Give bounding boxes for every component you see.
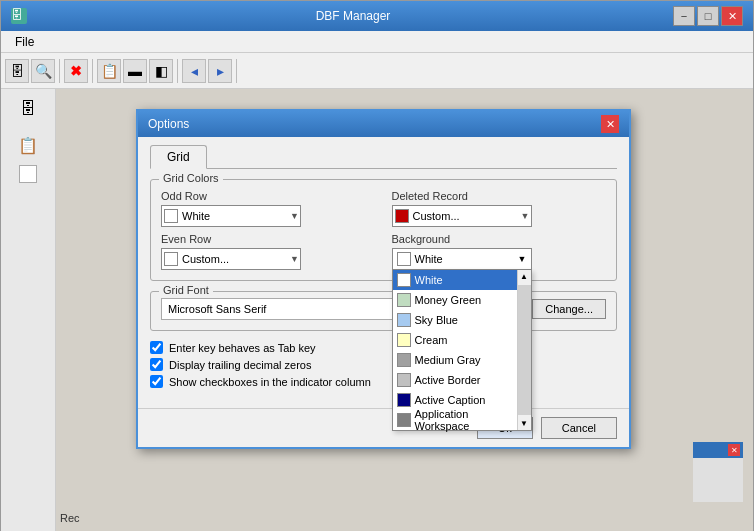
bg-close-icon[interactable]: ✕ bbox=[728, 444, 740, 456]
bg-inner-titlebar: ✕ bbox=[693, 442, 743, 458]
odd-row-swatch bbox=[164, 209, 178, 223]
item-label-active-border: Active Border bbox=[415, 374, 481, 386]
dropdown-item-sky-blue[interactable]: Sky Blue bbox=[393, 310, 517, 330]
toolbar-icon-db[interactable]: 🗄 bbox=[5, 59, 29, 83]
toolbar-icon-bar[interactable]: ▬ bbox=[123, 59, 147, 83]
grid-font-label: Grid Font bbox=[159, 284, 213, 296]
item-swatch-sky-blue bbox=[397, 313, 411, 327]
toolbar-section-4: ◂ ▸ bbox=[182, 59, 237, 83]
checkbox-label-enter-tab: Enter key behaves as Tab key bbox=[169, 342, 316, 354]
background-dropdown-header[interactable]: White ▼ bbox=[392, 248, 532, 270]
toolbar-icon-search[interactable]: 🔍 bbox=[31, 59, 55, 83]
checkboxes-section: Enter key behaves as Tab key Display tra… bbox=[150, 341, 617, 388]
tab-bar: Grid bbox=[150, 145, 617, 169]
checkbox-trailing-zeros[interactable] bbox=[150, 358, 163, 371]
dropdown-item-active-border[interactable]: Active Border bbox=[393, 370, 517, 390]
toolbar-icon-copy1[interactable]: 📋 bbox=[97, 59, 121, 83]
item-label-cream: Cream bbox=[415, 334, 448, 346]
item-label-app-workspace: Application Workspace bbox=[415, 408, 513, 432]
maximize-button[interactable]: □ bbox=[697, 6, 719, 26]
dropdown-list-inner: White Money Green bbox=[393, 270, 531, 430]
background-label: Background bbox=[392, 233, 607, 245]
even-row-dropdown-wrap: Custom... ▼ bbox=[161, 248, 301, 270]
item-swatch-money-green bbox=[397, 293, 411, 307]
dropdown-item-medium-gray[interactable]: Medium Gray bbox=[393, 350, 517, 370]
change-font-button[interactable]: Change... bbox=[532, 299, 606, 319]
app-title: DBF Manager bbox=[33, 9, 673, 23]
checkbox-row-3: Show checkboxes in the indicator column bbox=[150, 375, 617, 388]
left-col: Odd Row White ▼ Even Row bbox=[161, 190, 376, 270]
dialog-close-button[interactable]: ✕ bbox=[601, 115, 619, 133]
even-row-swatch bbox=[164, 252, 178, 266]
item-label-sky-blue: Sky Blue bbox=[415, 314, 458, 326]
odd-row-label: Odd Row bbox=[161, 190, 376, 202]
bg-dropdown-arrow: ▼ bbox=[518, 254, 527, 264]
dropdown-items-col: White Money Green bbox=[393, 270, 517, 430]
main-titlebar: 🗄 DBF Manager − □ ✕ bbox=[1, 1, 753, 31]
toolbar: 🗄 🔍 ✖ 📋 ▬ ◧ ◂ ▸ bbox=[1, 53, 753, 89]
app-icon: 🗄 bbox=[11, 8, 27, 24]
checkbox-row-1: Enter key behaves as Tab key bbox=[150, 341, 617, 354]
dialog-footer: Ok Cancel bbox=[138, 408, 629, 447]
tab-grid[interactable]: Grid bbox=[150, 145, 207, 169]
background-dropdown-list[interactable]: White Money Green bbox=[392, 270, 532, 431]
left-panel: 🗄 📋 bbox=[1, 89, 56, 531]
toolbar-icon-close[interactable]: ✖ bbox=[64, 59, 88, 83]
left-checkbox[interactable] bbox=[19, 165, 37, 183]
grid-font-group: Grid Font Microsoft Sans Serif Change... bbox=[150, 291, 617, 331]
dialog-body: Grid Grid Colors Odd Row bbox=[138, 137, 629, 408]
item-swatch-white bbox=[397, 273, 411, 287]
options-dialog: Options ✕ Grid Grid Colors bbox=[136, 109, 631, 449]
item-swatch-active-border bbox=[397, 373, 411, 387]
bg-inner-content bbox=[693, 458, 743, 502]
right-panel: ✕ Rec Options ✕ Grid bbox=[56, 89, 753, 531]
cancel-button[interactable]: Cancel bbox=[541, 417, 617, 439]
even-row-dropdown[interactable]: Custom... bbox=[161, 248, 301, 270]
font-group: Microsoft Sans Serif Change... bbox=[161, 298, 606, 320]
menu-file[interactable]: File bbox=[7, 33, 42, 51]
scroll-down-arrow[interactable]: ▼ bbox=[518, 417, 530, 430]
left-icon-2[interactable]: 📋 bbox=[12, 129, 44, 161]
dropdown-item-white[interactable]: White bbox=[393, 270, 517, 290]
dropdown-item-cream[interactable]: Cream bbox=[393, 330, 517, 350]
checkbox-row-2: Display trailing decimal zeros bbox=[150, 358, 617, 371]
item-swatch-active-caption bbox=[397, 393, 411, 407]
item-swatch-medium-gray bbox=[397, 353, 411, 367]
deleted-record-label: Deleted Record bbox=[392, 190, 607, 202]
toolbar-icon-back[interactable]: ◂ bbox=[182, 59, 206, 83]
scroll-up-arrow[interactable]: ▲ bbox=[518, 270, 530, 283]
colors-two-col: Odd Row White ▼ Even Row bbox=[161, 190, 606, 270]
menu-bar: File bbox=[1, 31, 753, 53]
toolbar-icon-forward[interactable]: ▸ bbox=[208, 59, 232, 83]
dialog-title: Options bbox=[148, 117, 189, 131]
odd-row-dropdown[interactable]: White bbox=[161, 205, 301, 227]
dropdown-item-app-workspace[interactable]: Application Workspace bbox=[393, 410, 517, 430]
checkbox-enter-tab[interactable] bbox=[150, 341, 163, 354]
dropdown-item-active-caption[interactable]: Active Caption bbox=[393, 390, 517, 410]
row-indicator: Rec bbox=[60, 512, 80, 524]
scroll-thumb[interactable] bbox=[518, 285, 531, 415]
minimize-button[interactable]: − bbox=[673, 6, 695, 26]
bg-header-value: White bbox=[415, 253, 443, 265]
toolbar-icon-split[interactable]: ◧ bbox=[149, 59, 173, 83]
bg-header-swatch bbox=[397, 252, 411, 266]
close-button[interactable]: ✕ bbox=[721, 6, 743, 26]
checkbox-show-checkboxes[interactable] bbox=[150, 375, 163, 388]
dropdown-scrollbar: ▲ ▼ bbox=[517, 270, 531, 430]
content-area: 🗄 📋 ✕ Rec Options ✕ bbox=[1, 89, 753, 531]
toolbar-section-2: ✖ bbox=[64, 59, 93, 83]
toolbar-section-1: 🗄 🔍 bbox=[5, 59, 60, 83]
item-label-active-caption: Active Caption bbox=[415, 394, 486, 406]
item-swatch-app-workspace bbox=[397, 413, 411, 427]
window-controls: − □ ✕ bbox=[673, 6, 743, 26]
bg-panel: ✕ bbox=[693, 442, 743, 502]
deleted-record-dropdown[interactable]: Custom... bbox=[392, 205, 532, 227]
deleted-record-dropdown-wrap: Custom... ▼ bbox=[392, 205, 532, 227]
checkbox-label-trailing-zeros: Display trailing decimal zeros bbox=[169, 359, 311, 371]
left-icon-1[interactable]: 🗄 bbox=[12, 93, 44, 125]
right-col: Deleted Record Custom... ▼ Background bbox=[392, 190, 607, 270]
item-label-white: White bbox=[415, 274, 443, 286]
deleted-record-swatch bbox=[395, 209, 409, 223]
dialog-titlebar: Options ✕ bbox=[138, 111, 629, 137]
dropdown-item-money-green[interactable]: Money Green bbox=[393, 290, 517, 310]
